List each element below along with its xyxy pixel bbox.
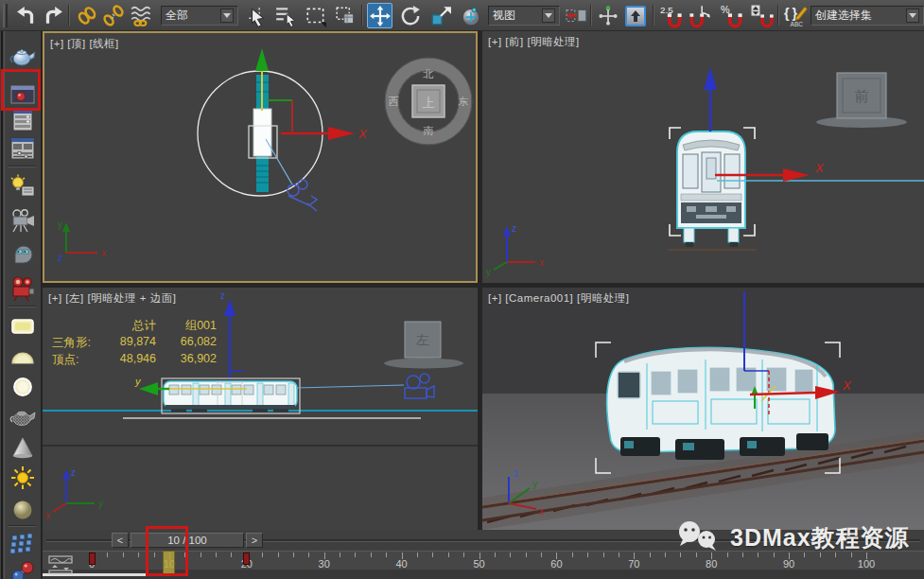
chevron-down-icon[interactable] [906,9,919,23]
ruler-tick [107,553,108,557]
keyframe-marker[interactable] [89,553,96,565]
snaps-toggle-2.5-icon[interactable]: 2.5 [658,3,684,28]
ruler-tick [432,553,433,557]
viewport-top-scene: X 上 北 南 西 [44,33,476,281]
named-selection-set-value: 创建选择集 [815,8,902,24]
viewport-top-label[interactable]: [+] [顶] [线框] [50,37,119,51]
toolbar-grip[interactable] [1,31,5,579]
ruler-tick [495,553,496,557]
bind-to-space-warp-icon[interactable] [129,3,154,28]
svg-text:y: y [532,479,537,489]
wireframe-teapot-icon[interactable] [7,404,39,430]
render-setup-dialog-icon[interactable] [7,107,39,133]
svg-text:2.5: 2.5 [660,4,673,14]
rectangle-light-icon[interactable] [7,313,39,340]
chevron-down-icon[interactable] [542,9,555,23]
pivot-point-center-icon[interactable] [595,3,620,28]
select-and-scale-icon[interactable] [427,3,453,28]
viewport-front[interactable]: [+] [前] [明暗处理] 前 [482,31,924,283]
ruler-tick-label: 30 [319,558,330,570]
camera-glyph [405,374,434,398]
viewport-top[interactable]: [+] [顶] [线框] X [43,31,478,283]
keyboard-shortcut-override-toggle-icon[interactable] [622,3,648,28]
mirror-icon[interactable] [564,3,589,28]
select-and-rotate-icon[interactable] [397,3,423,28]
ruler-tick [619,553,619,557]
stats-col-total: 总计 [97,318,156,335]
viewport-left[interactable]: [+] [左] [明暗处理 + 边面] 总计组001 三角形:89,87466,… [43,288,478,530]
undo-icon[interactable] [13,3,39,28]
keyframe-marker[interactable] [243,553,250,565]
viewport-camera-label[interactable]: [+] [Camera001] [明暗处理] [488,291,629,306]
viewport-camera-scene: X z y x [482,288,924,530]
edit-named-selection-sets-icon[interactable]: { }ABC [782,3,808,28]
redo-icon[interactable] [40,3,65,28]
svg-text:X: X [357,127,368,141]
dome-light-icon[interactable] [7,343,39,370]
wechat-icon [673,518,723,556]
svg-text:y: y [134,376,142,387]
sunlight-icon[interactable] [7,465,39,491]
ruler-tick-label: 40 [395,558,407,570]
highlight-box-current-frame [146,526,188,576]
view-dropdown[interactable]: 视图 [488,6,560,26]
toolbar-separator [590,5,592,26]
ruler-tick [138,553,139,557]
toolbar-grip[interactable] [3,4,8,27]
ruler-tick [262,553,263,557]
svg-text:%: % [721,4,730,15]
next-frame-button[interactable]: > [246,533,263,548]
viewport-left-label[interactable]: [+] [左] [明暗处理 + 边面] [48,291,176,306]
percent-snap-toggle-icon[interactable]: % [719,3,744,28]
mini-curve-editor-icon[interactable] [47,554,76,575]
ruler-tick-label: 90 [783,558,794,570]
toolbar-separator [653,5,654,26]
cone-light-icon[interactable] [7,434,39,461]
viewport-front-label[interactable]: [+] [前] [明暗处理] [488,35,580,49]
toolbar-separator [8,525,36,527]
svg-text:X: X [814,161,825,175]
select-and-manipulate-icon[interactable] [458,3,483,28]
video-preview-camera-icon[interactable] [7,275,39,302]
svg-text:z: z [220,290,225,301]
viewport-camera[interactable]: [+] [Camera001] [明暗处理] [482,288,924,530]
render-teapot-icon[interactable] [7,44,39,70]
svg-text:左: 左 [415,332,429,347]
ruler-tick [510,553,511,557]
molecule-tool-icon[interactable] [7,559,39,579]
svg-text:西: 西 [389,96,399,107]
ruler-tick [278,553,279,557]
ruler-tick [216,553,217,557]
ruler-tick [541,553,542,557]
object-array-icon[interactable] [7,531,39,557]
select-and-link-icon[interactable] [74,3,99,28]
ruler-tick-label: 100 [858,558,875,570]
selection-filter-dropdown[interactable]: 全部 [161,6,238,26]
select-object-icon[interactable] [244,3,270,28]
svg-text:前: 前 [855,88,869,104]
svg-text:东: 东 [459,96,469,107]
rectangular-selection-region-icon[interactable] [303,3,328,28]
svg-text:x: x [539,506,544,517]
main-toolbar: 全部 视图 [0,0,924,31]
viewport-region: [+] [顶] [线框] X [43,31,924,530]
select-by-name-icon[interactable] [272,3,298,28]
window-crossing-icon[interactable] [333,3,358,28]
unlink-selection-icon[interactable] [100,3,126,28]
select-and-move-icon[interactable] [367,3,392,28]
disc-light-icon[interactable] [7,374,39,400]
chevron-down-icon[interactable] [220,9,234,23]
environment-effects-dialog-icon[interactable] [7,135,39,162]
viewport-head-icon[interactable] [7,241,39,268]
camera-tool-icon[interactable] [7,207,39,234]
previous-frame-button[interactable]: < [112,533,129,548]
sphere-light-icon[interactable] [7,497,39,523]
watermark: 3DMax教程资源 [673,518,919,556]
ruler-tick-label: 50 [473,558,484,570]
angle-snap-toggle-icon[interactable] [687,3,712,28]
light-lister-icon[interactable] [7,173,39,200]
named-selection-set-combo[interactable]: 创建选择集 [811,6,924,26]
highlight-box-render-teapot [1,69,41,111]
spinner-snap-toggle-icon[interactable] [749,3,775,28]
train-camera-view [607,347,835,460]
